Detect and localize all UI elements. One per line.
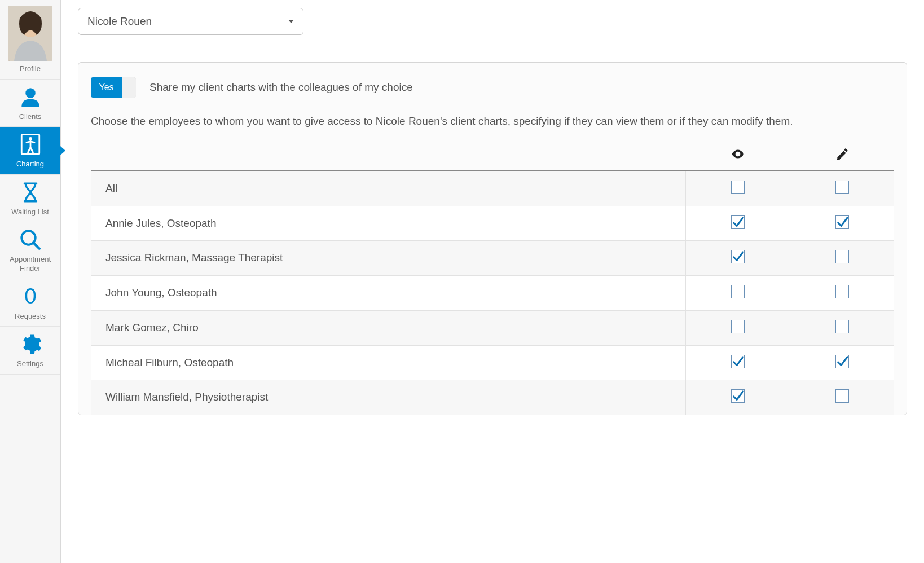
col-employee xyxy=(91,141,685,171)
user-select-value: Nicole Rouen xyxy=(87,15,152,28)
sidebar-item-waiting-list[interactable]: Waiting List xyxy=(0,175,60,223)
view-cell xyxy=(685,206,790,240)
view-checkbox[interactable] xyxy=(731,389,745,403)
employee-name: Micheal Filburn, Osteopath xyxy=(91,345,685,380)
sidebar: Profile Clients Charting Waiting List Ap… xyxy=(0,0,61,563)
edit-checkbox[interactable] xyxy=(835,215,849,229)
table-row: John Young, Osteopath xyxy=(91,275,894,310)
employee-name: John Young, Osteopath xyxy=(91,275,685,310)
employee-name: Mark Gomez, Chiro xyxy=(91,310,685,345)
employee-name: Jessica Rickman, Massage Therapist xyxy=(91,240,685,275)
employee-name: William Mansfield, Physiotherapist xyxy=(91,380,685,415)
sidebar-item-appointment-finder[interactable]: Appointment Finder xyxy=(0,222,60,279)
table-row: All xyxy=(91,171,894,206)
col-view xyxy=(685,141,790,171)
edit-cell xyxy=(790,380,894,415)
share-panel: Yes Share my client charts with the coll… xyxy=(78,62,907,415)
view-cell xyxy=(685,240,790,275)
toggle-on-label: Yes xyxy=(91,77,122,98)
col-edit xyxy=(790,141,894,171)
table-row: Jessica Rickman, Massage Therapist xyxy=(91,240,894,275)
user-select[interactable]: Nicole Rouen xyxy=(78,8,303,35)
access-table-body: AllAnnie Jules, OsteopathJessica Rickman… xyxy=(91,171,894,415)
person-icon xyxy=(19,85,42,109)
edit-icon xyxy=(835,153,850,163)
sidebar-item-label: Clients xyxy=(19,112,42,121)
edit-checkbox[interactable] xyxy=(835,355,849,368)
share-toggle-label: Share my client charts with the colleagu… xyxy=(149,81,413,94)
chevron-down-icon xyxy=(288,20,294,23)
sidebar-item-label: Charting xyxy=(16,160,44,169)
table-row: Mark Gomez, Chiro xyxy=(91,310,894,345)
view-cell xyxy=(685,275,790,310)
view-cell xyxy=(685,171,790,206)
view-checkbox[interactable] xyxy=(731,320,745,333)
eye-icon xyxy=(731,153,745,163)
edit-cell xyxy=(790,206,894,240)
sidebar-item-clients[interactable]: Clients xyxy=(0,80,60,127)
avatar-image xyxy=(8,6,52,61)
view-checkbox[interactable] xyxy=(731,181,745,194)
edit-checkbox[interactable] xyxy=(835,320,849,333)
main-content: Nicole Rouen Yes Share my client charts … xyxy=(61,0,924,563)
avatar xyxy=(8,6,52,61)
hourglass-icon xyxy=(19,181,42,204)
sidebar-item-label: Waiting List xyxy=(11,208,49,217)
gear-icon xyxy=(19,332,42,356)
share-toggle-row: Yes Share my client charts with the coll… xyxy=(91,77,894,98)
table-row: Micheal Filburn, Osteopath xyxy=(91,345,894,380)
svg-line-6 xyxy=(33,243,39,249)
table-row: Annie Jules, Osteopath xyxy=(91,206,894,240)
table-row: William Mansfield, Physiotherapist xyxy=(91,380,894,415)
sidebar-item-label: Profile xyxy=(20,64,41,73)
sidebar-item-label: Requests xyxy=(15,312,46,321)
edit-cell xyxy=(790,275,894,310)
view-checkbox[interactable] xyxy=(731,250,745,263)
edit-checkbox[interactable] xyxy=(835,389,849,403)
edit-cell xyxy=(790,310,894,345)
edit-checkbox[interactable] xyxy=(835,250,849,263)
sidebar-item-settings[interactable]: Settings xyxy=(0,327,60,375)
view-cell xyxy=(685,345,790,380)
edit-cell xyxy=(790,345,894,380)
svg-point-2 xyxy=(25,88,36,98)
access-table: AllAnnie Jules, OsteopathJessica Rickman… xyxy=(91,141,894,415)
view-checkbox[interactable] xyxy=(731,215,745,229)
edit-cell xyxy=(790,171,894,206)
svg-point-8 xyxy=(736,152,738,155)
sidebar-item-label: Settings xyxy=(17,359,43,368)
edit-checkbox[interactable] xyxy=(835,181,849,194)
edit-checkbox[interactable] xyxy=(835,285,849,298)
sidebar-item-label: Appointment Finder xyxy=(3,255,58,272)
body-chart-icon xyxy=(19,133,42,156)
view-checkbox[interactable] xyxy=(731,355,745,368)
magnifier-icon xyxy=(19,228,42,252)
employee-name: All xyxy=(91,171,685,206)
sidebar-item-profile[interactable]: Profile xyxy=(0,0,60,80)
toggle-knob xyxy=(122,77,136,98)
requests-count-icon: 0 xyxy=(19,285,42,309)
view-cell xyxy=(685,380,790,415)
view-cell xyxy=(685,310,790,345)
svg-text:0: 0 xyxy=(24,285,36,308)
view-checkbox[interactable] xyxy=(731,285,745,298)
edit-cell xyxy=(790,240,894,275)
share-toggle[interactable]: Yes xyxy=(91,77,136,98)
employee-name: Annie Jules, Osteopath xyxy=(91,206,685,240)
share-description: Choose the employees to whom you want to… xyxy=(91,113,894,130)
sidebar-item-requests[interactable]: 0 Requests xyxy=(0,279,60,327)
sidebar-item-charting[interactable]: Charting xyxy=(0,127,60,175)
